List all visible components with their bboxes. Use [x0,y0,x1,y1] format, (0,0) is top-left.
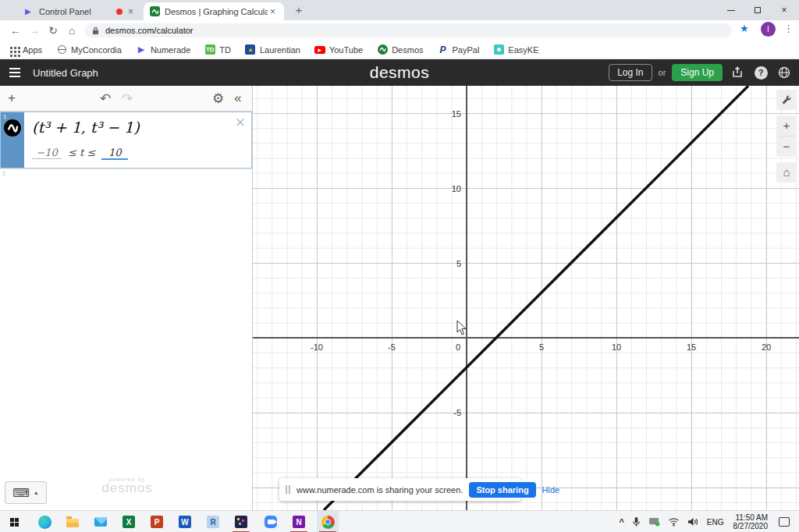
tab-close-icon[interactable]: × [268,6,278,17]
share-icon[interactable] [729,64,746,81]
default-view-home-button[interactable]: ⌂ [776,162,797,183]
graph-paper[interactable]: -10 -5 0 5 10 15 20 15 10 5 -5 + − ⌂ [253,86,799,510]
slider-max-field[interactable]: 10 [101,147,128,160]
bookmark-numerade[interactable]: ▶Numerade [136,44,190,55]
bookmark-easyke[interactable]: EasyKE [493,44,538,55]
expression-body[interactable]: (t³ + 1, t³ − 1) −10 ≤ t ≤ 10 × [24,112,251,168]
y-tick-label: -5 [438,408,461,417]
x-tick-label: -10 [307,342,326,352]
bookmark-desmos[interactable]: Desmos [377,44,423,55]
mail-icon [94,517,107,527]
mouse-cursor [456,320,467,335]
wifi-icon[interactable] [668,517,680,527]
tray-chevron-icon[interactable]: ^ [619,517,623,527]
laurentian-shield-icon: ▲ [245,44,256,55]
taskbar-chrome[interactable] [317,511,339,532]
window-restore-button[interactable] [744,0,771,20]
bookmarks-bar: Apps MyConcordia ▶Numerade TDTD ▲Laurent… [0,41,799,59]
tab-close-icon[interactable]: × [126,6,136,17]
url-text: desmos.com/calculator [105,26,194,35]
new-tab-button[interactable]: + [290,3,307,19]
slider-relation: ≤ t ≤ [68,147,95,158]
refresh-button[interactable]: ↻ [45,23,61,38]
back-button[interactable]: ← [8,23,23,38]
plotted-line[interactable] [253,86,799,510]
taskbar-zoom[interactable] [260,511,282,532]
profile-avatar[interactable]: I [761,22,776,37]
log-in-button[interactable]: Log In [609,64,652,81]
taskbar-edge[interactable] [34,511,55,532]
add-expression-button[interactable]: + [8,90,16,106]
window-close-button[interactable]: × [771,0,797,20]
taskbar-r[interactable]: R [202,511,224,532]
bookmark-youtube[interactable]: ▶YouTube [314,44,363,55]
easyke-icon [493,44,504,55]
start-button[interactable] [3,511,25,532]
taskbar-powerpoint[interactable]: P [146,511,168,532]
bookmark-td[interactable]: TDTD [204,44,231,55]
slider-min-field[interactable]: −10 [32,147,62,159]
action-center-icon[interactable] [779,517,790,527]
tab-title: Desmos | Graphing Calculator [165,7,268,16]
share-message: www.numerade.com is sharing your screen. [297,485,463,495]
hide-link[interactable]: Hide [542,485,560,495]
window-minimize-button[interactable] [718,0,744,20]
bookmark-star-icon[interactable]: ★ [740,23,749,34]
undo-icon[interactable]: ↶ [100,90,111,107]
screen-share-indicator-icon[interactable] [648,517,660,527]
row-divider [0,168,252,169]
home-button[interactable]: ⌂ [64,23,80,38]
tab-desmos[interactable]: Desmos | Graphing Calculator × [144,2,284,20]
microphone-icon[interactable] [632,516,641,527]
windows-taskbar: X P W R N ^ [0,510,799,532]
clock-date: 8/27/2020 [733,522,769,530]
taskbar-mail[interactable] [90,511,112,532]
or-label: or [659,68,666,77]
desktop: ▶ Control Panel × Desmos | Graphing Calc… [0,0,799,532]
taskbar-excel[interactable]: X [118,511,140,532]
gear-icon[interactable]: ⚙ [212,90,224,107]
clock-time: 11:50 AM [733,513,769,522]
zoom-out-button[interactable]: − [776,137,797,157]
tab-control-panel[interactable]: ▶ Control Panel × [19,2,142,20]
address-bar[interactable]: desmos.com/calculator [84,23,732,37]
taskbar-onenote[interactable]: N [288,511,310,532]
bookmark-myconcordia[interactable]: MyConcordia [56,44,122,55]
zoom-in-button[interactable]: + [776,115,797,136]
recording-dot-icon [116,9,123,15]
wrench-icon [781,94,792,105]
browser-menu-icon[interactable]: ⋮ [783,23,794,34]
powerpoint-icon: P [151,516,163,528]
expression-formula[interactable]: (t³ + 1, t³ − 1) [32,119,140,136]
edge-icon [38,516,51,529]
bookmark-apps[interactable]: Apps [8,44,42,55]
volume-icon[interactable] [687,517,698,527]
restore-icon [755,7,761,13]
drag-handle-icon[interactable] [286,485,287,494]
x-tick-label: 20 [757,342,776,352]
bookmark-paypal[interactable]: PPayPal [438,44,480,55]
help-icon[interactable]: ? [752,64,769,81]
redo-icon[interactable]: ↷ [122,90,133,107]
taskbar-game-app[interactable] [230,511,252,532]
language-indicator[interactable]: ENG [707,518,724,527]
desmos-header: Untitled Graph desmos Log In or Sign Up … [0,59,799,86]
expression-row-1[interactable]: 1 (t³ + 1, t³ − 1) −10 ≤ t ≤ 10 × [0,112,252,168]
taskbar-clock[interactable]: 11:50 AM 8/27/2020 [733,513,769,530]
expression-gutter[interactable]: 1 [1,112,24,168]
stop-sharing-button[interactable]: Stop sharing [469,482,535,498]
bookmark-laurentian[interactable]: ▲Laurentian [245,44,300,55]
desmos-icon [377,44,388,55]
taskbar-file-explorer[interactable] [62,511,83,532]
chrome-icon [321,516,335,529]
close-expression-icon[interactable]: × [235,114,246,129]
collapse-panel-icon[interactable]: « [234,90,241,106]
keyboard-toggle-button[interactable]: ⌨ ▲ [5,481,47,504]
parametric-curve-icon[interactable] [4,119,21,137]
sign-up-button[interactable]: Sign Up [672,64,723,81]
taskbar-word[interactable]: W [174,511,196,532]
language-globe-icon[interactable] [776,64,793,81]
powered-by-watermark: powered by desmos [92,477,162,494]
forward-button[interactable]: → [27,23,42,38]
graph-settings-button[interactable] [776,90,797,110]
